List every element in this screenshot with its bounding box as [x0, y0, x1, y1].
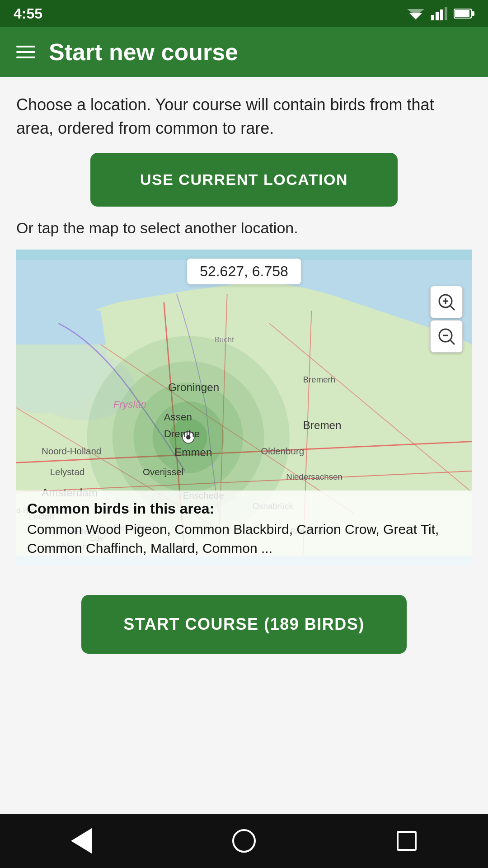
svg-text:Fryslân: Fryslân: [113, 399, 146, 410]
home-icon: [232, 829, 256, 853]
map-info-title: Common birds in this area:: [27, 500, 461, 517]
svg-text:Groningen: Groningen: [168, 381, 219, 393]
status-icons: [407, 7, 474, 20]
svg-text:Lelystad: Lelystad: [50, 467, 84, 477]
status-bar: 4:55: [0, 0, 488, 27]
use-location-button[interactable]: USE CURRENT LOCATION: [90, 153, 398, 207]
svg-text:Bremen: Bremen: [303, 419, 342, 431]
map-coordinates: 52.627, 6.758: [187, 259, 301, 284]
svg-text:Noord-Holland: Noord-Holland: [42, 446, 101, 456]
svg-marker-1: [407, 9, 424, 16]
status-time: 4:55: [14, 5, 42, 22]
zoom-in-button[interactable]: [430, 286, 463, 318]
svg-text:Assen: Assen: [164, 411, 192, 423]
svg-text:Niedersachsen: Niedersachsen: [286, 472, 342, 481]
zoom-controls: [430, 286, 463, 353]
svg-line-56: [450, 306, 455, 310]
zoom-out-button[interactable]: [430, 320, 463, 353]
svg-rect-5: [445, 7, 447, 20]
start-course-button[interactable]: START COURSE (189 BIRDS): [81, 595, 407, 654]
map-info-birds: Common Wood Pigeon, Common Blackbird, Ca…: [27, 520, 461, 558]
home-button[interactable]: [230, 827, 258, 854]
recents-icon: [397, 831, 417, 851]
svg-rect-3: [436, 12, 439, 20]
signal-icon: [431, 7, 447, 20]
map-info-overlay: Common birds in this area: Common Wood P…: [16, 491, 472, 566]
svg-rect-2: [431, 15, 434, 20]
recents-button[interactable]: [393, 827, 420, 854]
wifi-icon: [407, 7, 425, 20]
svg-rect-4: [440, 9, 443, 20]
battery-icon: [454, 8, 474, 19]
svg-text:Bucht: Bucht: [215, 336, 234, 344]
svg-line-60: [450, 340, 455, 344]
back-icon: [71, 828, 92, 854]
description-text: Choose a location. Your course will cont…: [16, 93, 472, 140]
svg-text:Emmen: Emmen: [174, 447, 212, 459]
svg-text:Oldenburg: Oldenburg: [261, 446, 304, 456]
page-title: Start new course: [49, 38, 238, 66]
svg-text:Drenthe: Drenthe: [164, 429, 200, 440]
menu-button[interactable]: [16, 46, 35, 58]
svg-text:Bremerh: Bremerh: [303, 375, 336, 384]
app-header: Start new course: [0, 27, 488, 77]
bottom-navigation: [0, 814, 488, 868]
map-container[interactable]: Fryslân Groningen Assen Drenthe Emmen Ov…: [16, 250, 472, 566]
svg-rect-7: [472, 11, 474, 16]
back-button[interactable]: [68, 827, 95, 854]
svg-text:Overijssel: Overijssel: [143, 467, 183, 477]
svg-rect-9: [455, 10, 469, 17]
page-content: Choose a location. Your course will cont…: [0, 77, 488, 814]
or-text: Or tap the map to select another locatio…: [16, 219, 472, 237]
